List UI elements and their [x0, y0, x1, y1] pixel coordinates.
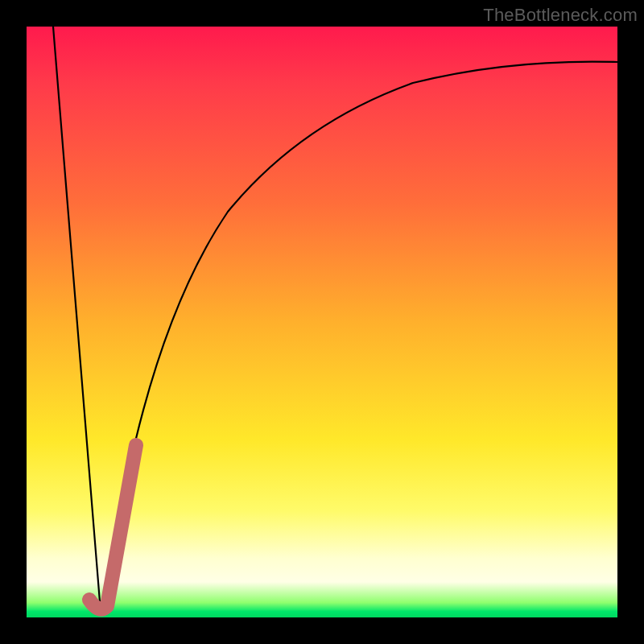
plot-area	[27, 27, 617, 617]
chart-frame: TheBottleneck.com	[0, 0, 644, 644]
watermark-text: TheBottleneck.com	[483, 5, 638, 26]
bottleneck-curve	[53, 27, 617, 612]
highlight-segment	[89, 445, 136, 609]
curve-layer	[27, 27, 617, 617]
